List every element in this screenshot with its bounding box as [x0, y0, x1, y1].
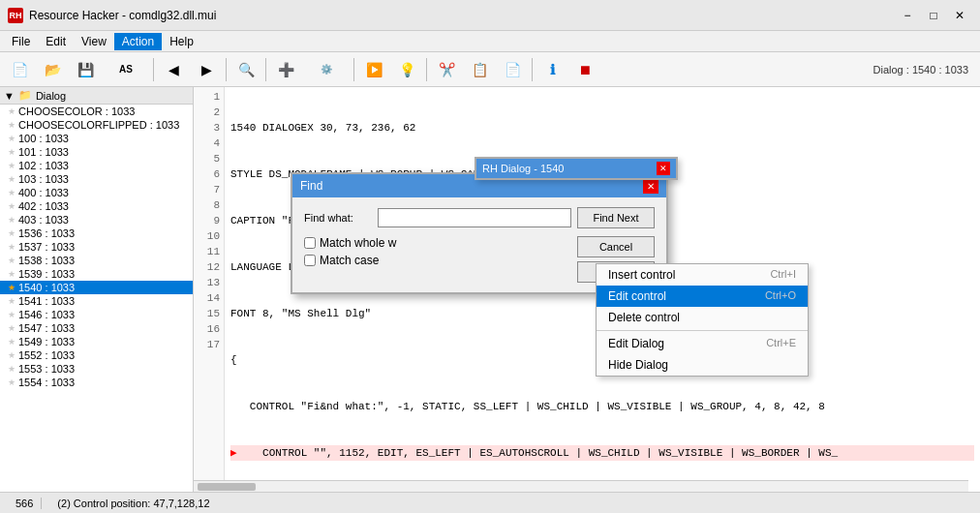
find-dialog-close-button[interactable]: ✕ [643, 178, 658, 194]
ctx-insert-control[interactable]: Insert control Ctrl+I [597, 264, 808, 286]
run-button[interactable]: ▶️ [358, 55, 389, 84]
tree-item[interactable]: ★1538 : 1033 [0, 254, 193, 267]
tree-item[interactable]: ★1541 : 1033 [0, 294, 193, 308]
star-icon: ★ [8, 323, 15, 333]
toolbar-sep-2 [226, 58, 227, 81]
star-icon: ★ [8, 256, 15, 265]
tree-item-selected[interactable]: ★1540 : 1033 [0, 281, 193, 294]
title-bar: RH Resource Hacker - comdlg32.dll.mui − … [0, 0, 980, 31]
menu-action[interactable]: Action [114, 33, 162, 50]
find-what-input[interactable] [378, 208, 571, 227]
star-icon: ★ [8, 188, 15, 197]
tree-item[interactable]: ★1554 : 1033 [0, 376, 193, 389]
rh-dialog: RH Dialog - 1540 ✕ [475, 157, 678, 180]
tree-item[interactable]: ★1537 : 1033 [0, 240, 193, 254]
tree-item[interactable]: ★1536 : 1033 [0, 226, 193, 240]
tree-panel: ▼ 📁 Dialog ★CHOOSECOLOR : 1033 ★CHOOSECO… [0, 87, 194, 492]
paste-button[interactable]: 📄 [497, 55, 528, 84]
menu-help[interactable]: Help [162, 33, 201, 50]
star-icon: ★ [8, 120, 15, 130]
copy-button[interactable]: 📋 [464, 55, 495, 84]
star-icon: ★ [8, 147, 15, 157]
tree-item[interactable]: ★100 : 1033 [0, 132, 193, 145]
save-button[interactable]: 💾 [70, 55, 101, 84]
menu-edit[interactable]: Edit [38, 33, 74, 50]
rh-dialog-close-button[interactable]: ✕ [657, 162, 670, 175]
info-button[interactable]: ℹ [536, 55, 567, 84]
ctx-edit-label: Edit control [608, 289, 666, 303]
star-icon: ★ [8, 364, 15, 374]
forward-button[interactable]: ▶ [191, 55, 222, 84]
star-icon: ★ [8, 337, 15, 347]
tree-item[interactable]: ★CHOOSECOLORFLIPPED : 1033 [0, 118, 193, 132]
tree-item[interactable]: ★1539 : 1033 [0, 267, 193, 281]
menu-file[interactable]: File [4, 33, 38, 50]
tree-item[interactable]: ★1549 : 1033 [0, 335, 193, 348]
star-icon: ★ [8, 296, 15, 306]
star-icon: ★ [8, 134, 15, 143]
star-icon: ★ [8, 215, 15, 225]
maximize-button[interactable]: □ [921, 6, 946, 25]
tree-item[interactable]: ★403 : 1033 [0, 213, 193, 226]
match-whole-checkbox[interactable] [304, 237, 316, 249]
arrow-icon: ▶ [230, 447, 243, 459]
tree-item[interactable]: ★402 : 1033 [0, 199, 193, 213]
cancel-button[interactable]: Cancel [577, 236, 655, 257]
star-icon: ★ [8, 350, 15, 360]
toolbar: 📄 📂 💾 AS ◀ ▶ 🔍 ➕ ⚙️ ▶️ 💡 ✂️ 📋 📄 ℹ ⏹ Dial… [0, 52, 980, 87]
tree-item[interactable]: ★1546 : 1033 [0, 308, 193, 321]
compile-button[interactable]: ⚙️ [303, 55, 350, 84]
tree-item[interactable]: ★1553 : 1033 [0, 362, 193, 376]
find-next-button[interactable]: Find Next [577, 207, 655, 228]
match-case-row: Match case [304, 254, 569, 267]
back-button[interactable]: ◀ [158, 55, 189, 84]
ctx-edit-control[interactable]: Edit control Ctrl+O [597, 286, 808, 307]
status-bar: 566 (2) Control position: 47,7,128,12 [0, 492, 980, 513]
context-menu: Insert control Ctrl+I Edit control Ctrl+… [596, 263, 809, 377]
tree-item[interactable]: ★CHOOSECOLOR : 1033 [0, 105, 193, 118]
save-as-button[interactable]: AS [103, 55, 149, 84]
toolbar-sep-4 [353, 58, 354, 81]
star-icon: ★ [8, 377, 15, 387]
open-button[interactable]: 📂 [37, 55, 68, 84]
toolbar-sep-5 [426, 58, 427, 81]
rh-dialog-title-text: RH Dialog - 1540 [482, 163, 564, 174]
ctx-delete-control[interactable]: Delete control [597, 307, 808, 328]
checkboxes-area: Match whole w Match case [304, 236, 569, 283]
menu-view[interactable]: View [74, 33, 114, 50]
find-what-row: Find what: Find Next [304, 207, 655, 228]
close-button[interactable]: ✕ [947, 6, 972, 25]
lightbulb-button[interactable]: 💡 [391, 55, 422, 84]
tree-item[interactable]: ★400 : 1033 [0, 186, 193, 199]
ctx-edit-shortcut: Ctrl+O [765, 289, 796, 303]
tree-item[interactable]: ★101 : 1033 [0, 145, 193, 159]
h-scrollbar[interactable] [194, 480, 968, 492]
add-button[interactable]: ➕ [270, 55, 301, 84]
tree-item[interactable]: ★103 : 1033 [0, 172, 193, 186]
rh-dialog-title: RH Dialog - 1540 ✕ [476, 159, 676, 178]
toolbar-sep-1 [153, 58, 154, 81]
stop-button[interactable]: ⏹ [569, 55, 600, 84]
code-line: CONTROL "Fi&nd what:", -1, STATIC, SS_LE… [230, 399, 974, 414]
status-item-1: 566 [8, 498, 42, 509]
tree-item[interactable]: ★102 : 1033 [0, 159, 193, 172]
window-controls[interactable]: − □ ✕ [895, 6, 972, 25]
minimize-button[interactable]: − [895, 6, 920, 25]
tree-item[interactable]: ★1552 : 1033 [0, 348, 193, 362]
star-icon: ★ [8, 242, 15, 252]
code-line: 1540 DIALOGEX 30, 73, 236, 62 [230, 120, 974, 136]
ctx-insert-label: Insert control [608, 268, 675, 282]
tree-expand-icon[interactable]: ▼ [4, 90, 15, 102]
line-numbers: 12345 678910 1112131415 1617 [194, 87, 225, 492]
ctx-hide-dialog[interactable]: Hide Dialog [597, 354, 808, 376]
cut-button[interactable]: ✂️ [431, 55, 462, 84]
tree-header: ▼ 📁 Dialog [0, 87, 193, 105]
new-button[interactable]: 📄 [4, 55, 35, 84]
h-scroll-thumb[interactable] [198, 483, 256, 491]
star-icon: ★ [8, 161, 15, 170]
resource-info: Dialog : 1540 : 1033 [873, 64, 976, 75]
match-case-checkbox[interactable] [304, 255, 316, 266]
search-button[interactable]: 🔍 [230, 55, 261, 84]
ctx-edit-dialog[interactable]: Edit Dialog Ctrl+E [597, 333, 808, 354]
tree-item[interactable]: ★1547 : 1033 [0, 321, 193, 335]
